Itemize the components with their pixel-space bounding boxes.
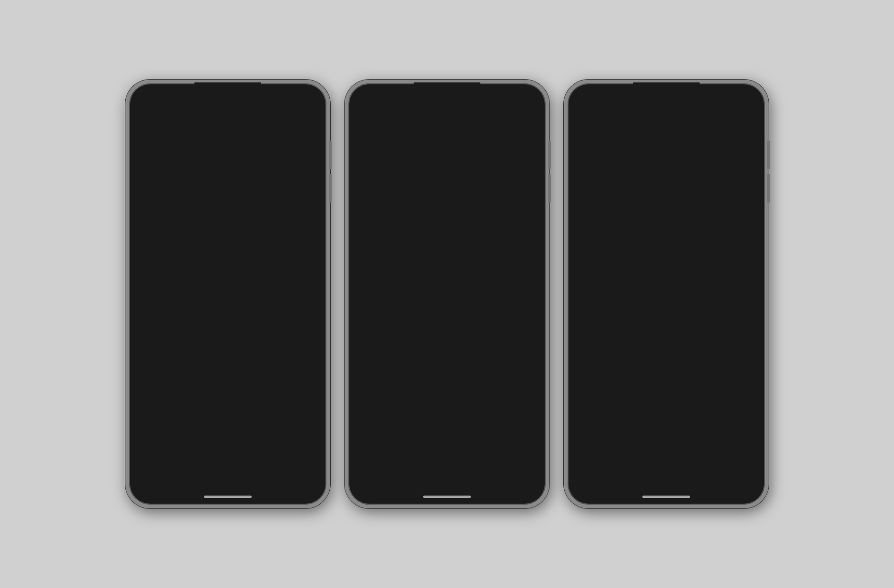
microphone-on-label: MicrophoneOn [651,366,681,381]
record-icon-2 [658,257,675,274]
start-recording-button-2[interactable]: Start Recording [585,299,747,324]
phone-2: Everything on your screen, including not… [345,80,549,508]
recording-popup: Everything on your screen, including not… [366,207,528,381]
fast-forward-button[interactable]: ⏭ [303,155,311,165]
brightness-slider[interactable]: ☀️ [213,175,264,223]
recording-notice: Everything on your screen, including not… [366,207,528,237]
recording-title-2: Screen Recording [625,279,707,290]
microphone-on-icon: 🎤 [659,340,674,355]
track-artist: Nat "King" Cole [216,122,311,128]
mirror-icon: 📺 [144,234,152,242]
cellular-button[interactable]: 📡 [172,114,196,138]
flashlight-button[interactable]: 🔦 [183,253,226,296]
bluetooth-button[interactable]: ⚡ [172,142,196,166]
battery-label: 76% [295,90,307,97]
volume-icon: 🔊 [289,209,298,218]
wifi-button[interactable]: 📶 [142,142,165,166]
recording-box: Screen Recording Start Recording [366,246,528,324]
screen-record-button[interactable]: ⏺ [276,300,319,343]
microphone-section-2: 🎤 MicrophoneOn [651,333,681,381]
phone-3: Everything on your screen, including not… [564,80,769,508]
track-title: The Christmas... [216,115,311,122]
wifi-icon: 📶 [166,90,173,97]
microphone-button[interactable]: 🎤 [432,333,462,363]
microphone-icon: 🎤 [439,340,455,355]
microphone-section: 🎤 MicrophoneOff [432,333,462,381]
recording-notice-2: Everything on your screen, including not… [585,207,747,237]
clock-button[interactable]: ⏰ [230,253,273,296]
appletv-button[interactable]: Apple TV [230,300,273,343]
qr-scanner-button[interactable]: ▣ [137,346,180,389]
brightness-icon: ☀️ [234,209,243,218]
carrier-label: AT&T [148,90,164,97]
phone-1: AT&T 📶 ➤ 76% 🔋 ✈️ 📡 📶 ⚡ [125,80,330,508]
start-recording-button[interactable]: Start Recording [366,299,528,324]
microphone-on-button[interactable]: 🎤 [651,333,681,363]
rotation-lock-button[interactable]: 🔒 [137,175,170,209]
recording-title: Screen Recording [406,279,488,290]
battery-status-button[interactable]: 🔋 [137,300,180,343]
screen-mirroring-button[interactable]: 📺 Screen Mirroring [137,228,319,248]
magnifier-button[interactable]: 🔍 [183,300,226,343]
volume-slider[interactable]: 🔊 [268,175,319,223]
cc-grid: 🧮 🔦 ⏰ 🚗 🔋 🔍 Apple TV ⏺ ▣ [137,253,319,389]
recording-box-2: Screen Recording Start Recording [585,246,747,324]
rewind-button[interactable]: ⏮ [216,155,224,165]
carplay-button[interactable]: 🚗 [276,253,319,296]
microphone-label: MicrophoneOff [432,366,462,381]
airplane-mode-button[interactable]: ✈️ [142,114,165,138]
play-button[interactable]: ▶ [260,154,267,165]
status-bar: AT&T 📶 ➤ 76% 🔋 [139,90,317,97]
battery-icon: 🔋 [309,90,317,97]
screen-mirror-label: Screen Mirroring [157,234,203,242]
recording-popup-2: Everything on your screen, including not… [585,207,747,381]
location-icon: ➤ [288,90,293,97]
record-icon [438,257,456,274]
signal-icon [139,91,146,97]
calculator-button[interactable]: 🧮 [137,253,180,296]
do-not-disturb-button[interactable]: 🌙 [175,175,208,209]
now-playing-panel: The Christmas... Nat "King" Cole ⏮ ▶ ⏭ [208,110,319,171]
connectivity-panel: ✈️ 📡 📶 ⚡ [137,110,203,171]
